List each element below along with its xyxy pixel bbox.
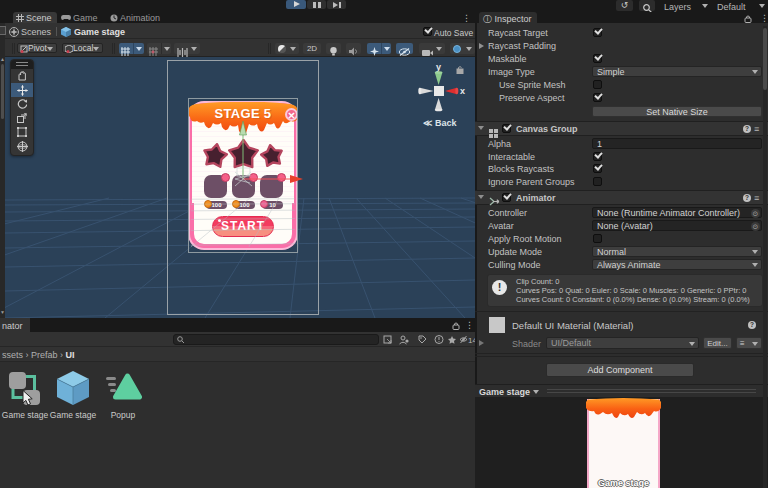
svg-text:y: y: [436, 62, 441, 72]
svg-text:≪ Back: ≪ Back: [423, 118, 457, 128]
svg-text:x: x: [460, 86, 465, 96]
svg-text:14: 14: [468, 336, 475, 345]
